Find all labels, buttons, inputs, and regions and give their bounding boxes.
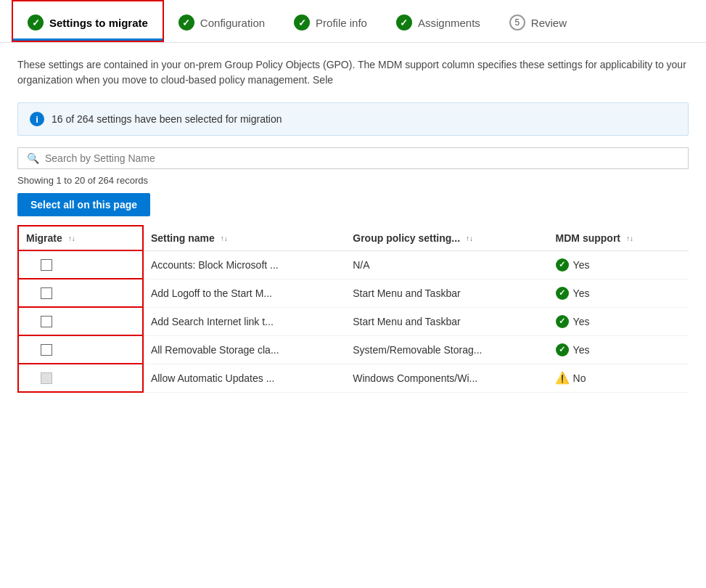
table-container: Migrate ↑↓ Setting name ↑↓ Group policy … bbox=[17, 225, 689, 393]
wizard-step-assignments[interactable]: Assignments bbox=[382, 1, 495, 41]
col-header-migrate: Migrate ↑↓ bbox=[18, 226, 143, 250]
wizard-step-configuration[interactable]: Configuration bbox=[164, 1, 279, 41]
step-label-review: Review bbox=[531, 17, 567, 29]
mdm-check-icon bbox=[556, 258, 569, 271]
step-settings-wrapper: Settings to migrate bbox=[12, 0, 164, 42]
migrate-checkbox[interactable] bbox=[41, 344, 52, 356]
records-text: Showing 1 to 20 of 264 records bbox=[17, 175, 689, 186]
mdm-check-icon bbox=[556, 343, 569, 356]
mdm-support-cell: Yes bbox=[549, 307, 689, 335]
search-bar: 🔍 bbox=[17, 147, 689, 169]
mdm-check-icon bbox=[556, 287, 569, 300]
wizard-step-review[interactable]: 5 Review bbox=[495, 1, 581, 41]
mdm-support-cell: Yes bbox=[549, 250, 689, 279]
mdm-support-text: Yes bbox=[573, 259, 590, 271]
table-row: Add Search Internet link t...Start Menu … bbox=[18, 307, 689, 335]
migrate-cell bbox=[18, 364, 143, 392]
settings-table: Migrate ↑↓ Setting name ↑↓ Group policy … bbox=[17, 225, 689, 393]
step-check-icon-settings bbox=[28, 15, 44, 30]
info-banner: i 16 of 264 settings have been selected … bbox=[17, 102, 689, 136]
group-policy-cell: Start Menu and Taskbar bbox=[345, 279, 548, 307]
sort-arrows-mdm[interactable]: ↑↓ bbox=[626, 235, 633, 242]
setting-name-cell: All Removable Storage cla... bbox=[143, 335, 345, 364]
setting-name-cell: Add Search Internet link t... bbox=[143, 307, 345, 335]
sort-arrows-group[interactable]: ↑↓ bbox=[466, 235, 473, 242]
step-check-icon-assignments bbox=[396, 15, 412, 30]
migrate-cell bbox=[18, 250, 143, 279]
migrate-checkbox[interactable] bbox=[41, 287, 52, 299]
step-label-assignments: Assignments bbox=[418, 17, 480, 29]
mdm-warn-icon: ⚠️ bbox=[556, 372, 569, 385]
wizard-nav: Settings to migrate Configuration Profil… bbox=[0, 0, 706, 43]
table-row: All Removable Storage cla...System/Remov… bbox=[18, 335, 689, 364]
mdm-support-cell: ⚠️No bbox=[549, 364, 689, 392]
migrate-checkbox[interactable] bbox=[41, 316, 52, 327]
step-check-icon-configuration bbox=[178, 15, 194, 30]
main-content: These settings are contained in your on-… bbox=[0, 43, 706, 407]
table-row: Accounts: Block Microsoft ...N/AYes bbox=[18, 250, 689, 279]
select-all-button[interactable]: Select all on this page bbox=[17, 193, 150, 216]
step-label-configuration: Configuration bbox=[200, 17, 265, 29]
setting-name-cell: Accounts: Block Microsoft ... bbox=[143, 250, 345, 279]
setting-name-cell: Allow Automatic Updates ... bbox=[143, 364, 345, 392]
migrate-checkbox[interactable] bbox=[41, 259, 52, 271]
mdm-support-text: No bbox=[573, 372, 586, 384]
mdm-support-cell: Yes bbox=[549, 279, 689, 307]
table-row: Allow Automatic Updates ...Windows Compo… bbox=[18, 364, 689, 392]
search-input[interactable] bbox=[45, 152, 679, 164]
description-text: These settings are contained in your on-… bbox=[17, 57, 689, 88]
step-label-profile: Profile info bbox=[316, 17, 367, 29]
group-policy-cell: N/A bbox=[345, 250, 548, 279]
step-num-icon-review: 5 bbox=[509, 15, 525, 30]
col-header-group: Group policy setting... ↑↓ bbox=[345, 226, 548, 250]
group-policy-cell: Start Menu and Taskbar bbox=[345, 307, 548, 335]
mdm-support-text: Yes bbox=[573, 316, 590, 327]
sort-arrows-migrate[interactable]: ↑↓ bbox=[68, 235, 75, 242]
migrate-checkbox[interactable] bbox=[41, 372, 52, 384]
info-banner-text: 16 of 264 settings have been selected fo… bbox=[52, 113, 282, 125]
col-header-setting: Setting name ↑↓ bbox=[143, 226, 345, 250]
group-policy-cell: Windows Components/Wi... bbox=[345, 364, 548, 392]
info-icon: i bbox=[30, 112, 44, 126]
mdm-support-text: Yes bbox=[573, 287, 590, 299]
migrate-cell bbox=[18, 279, 143, 307]
mdm-support-text: Yes bbox=[573, 344, 590, 356]
mdm-support-cell: Yes bbox=[549, 335, 689, 364]
col-header-mdm: MDM support ↑↓ bbox=[549, 226, 689, 250]
step-check-icon-profile bbox=[294, 15, 310, 30]
sort-arrows-setting[interactable]: ↑↓ bbox=[221, 235, 228, 242]
group-policy-cell: System/Removable Storag... bbox=[345, 335, 548, 364]
migrate-cell bbox=[18, 307, 143, 335]
wizard-step-profile[interactable]: Profile info bbox=[279, 1, 382, 41]
mdm-check-icon bbox=[556, 315, 569, 328]
table-row: Add Logoff to the Start M...Start Menu a… bbox=[18, 279, 689, 307]
search-icon: 🔍 bbox=[27, 152, 39, 164]
setting-name-cell: Add Logoff to the Start M... bbox=[143, 279, 345, 307]
migrate-cell bbox=[18, 335, 143, 364]
wizard-step-settings[interactable]: Settings to migrate bbox=[13, 1, 163, 41]
step-label-settings: Settings to migrate bbox=[49, 17, 148, 29]
